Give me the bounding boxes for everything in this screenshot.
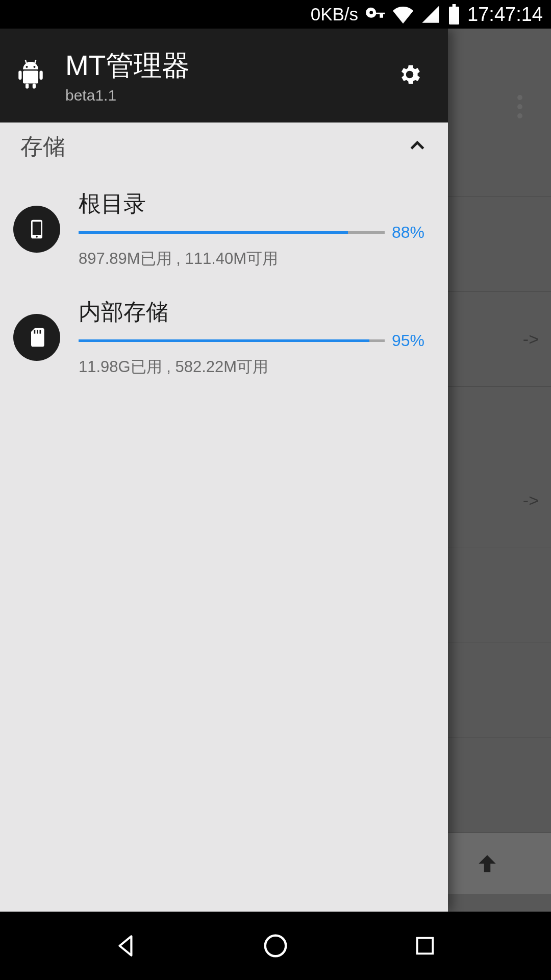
storage-title: 内部存储 (79, 297, 428, 327)
storage-subtitle: 11.98G已用 , 582.22M可用 (79, 356, 428, 378)
status-time: 17:47:14 (467, 4, 543, 26)
progress-percent: 95% (392, 331, 428, 350)
app-content: -> -> (0, 29, 551, 912)
svg-rect-9 (18, 71, 21, 80)
app-title: MT管理器 (65, 47, 378, 85)
svg-rect-0 (449, 7, 459, 24)
storage-item-root[interactable]: 根目录 88% 897.89M已用 , 111.40M可用 (0, 174, 448, 282)
settings-button[interactable] (397, 62, 433, 89)
svg-rect-20 (417, 938, 433, 954)
drawer-toolbar: MT管理器 beta1.1 (0, 29, 448, 122)
system-nav-bar (0, 912, 551, 980)
svg-rect-11 (26, 84, 29, 89)
svg-rect-10 (40, 71, 43, 80)
back-button[interactable] (111, 930, 141, 961)
progress-percent: 88% (392, 223, 428, 242)
svg-point-19 (265, 936, 286, 957)
network-speed: 0KB/s (311, 4, 358, 24)
storage-section-title: 存储 (20, 132, 65, 162)
svg-rect-14 (33, 222, 41, 235)
svg-rect-17 (37, 330, 38, 333)
svg-rect-12 (33, 84, 36, 89)
app-subtitle: beta1.1 (65, 87, 378, 104)
recents-button[interactable] (410, 930, 440, 961)
wifi-icon (393, 4, 413, 24)
svg-rect-16 (34, 330, 36, 333)
progress-bar (79, 339, 385, 342)
storage-item-internal[interactable]: 内部存储 95% 11.98G已用 , 582.22M可用 (0, 282, 448, 390)
svg-point-6 (26, 66, 28, 68)
sdcard-icon (13, 314, 60, 361)
svg-point-15 (36, 236, 38, 238)
storage-section-header[interactable]: 存储 (0, 122, 448, 174)
navigation-drawer: MT管理器 beta1.1 存储 根目录 (0, 29, 448, 912)
progress-bar (79, 231, 385, 234)
signal-icon (420, 4, 441, 24)
svg-rect-8 (23, 71, 38, 84)
svg-point-7 (34, 66, 36, 68)
battery-icon (448, 4, 460, 24)
svg-rect-1 (453, 4, 456, 7)
svg-rect-18 (40, 330, 41, 333)
android-robot-icon (15, 57, 46, 94)
home-button[interactable] (260, 930, 291, 961)
status-bar: 0KB/s 17:47:14 (0, 0, 551, 29)
storage-title: 根目录 (79, 189, 428, 219)
phone-icon (13, 206, 60, 253)
vpn-key-icon (365, 4, 386, 24)
overflow-menu-icon[interactable] (517, 95, 522, 118)
storage-subtitle: 897.89M已用 , 111.40M可用 (79, 248, 428, 270)
chevron-up-icon (407, 136, 428, 158)
